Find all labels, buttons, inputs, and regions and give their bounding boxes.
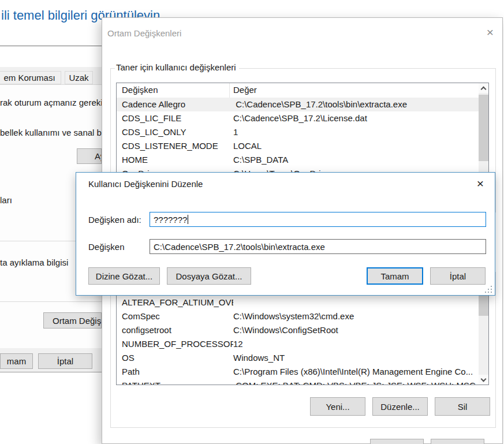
variable-value-label: Değişken [88,242,125,252]
table-row[interactable]: HOME C:\SPB_DATA [117,153,479,167]
environment-variables-button[interactable]: Ortam Değiş [43,312,102,329]
variable-name-value: ??????? [154,215,187,225]
tab-system-protection[interactable]: em Koruması [0,71,61,84]
tab-label: em Koruması [3,73,55,83]
dialog-ok-button-partial[interactable] [370,439,424,444]
edit-user-variable-dialog: Kullanıcı Değişkenini Düzenle × Değişken… [76,172,495,296]
logon-note-text: rak oturum açmanız gerekir. [0,98,107,107]
dialog-cancel-button-partial[interactable] [431,439,484,444]
dialog-title: Kullanıcı Değişkenini Düzenle [88,179,203,189]
debug-note-text: ta ayıklama bilgisi [0,258,68,267]
screen: ili temel bilgileri görüntüleyin em Koru… [0,0,504,444]
browse-directory-button[interactable]: Dizine Gözat... [88,267,160,285]
column-header-value[interactable]: Değer [230,83,479,98]
cancel-button[interactable]: İptal [430,267,486,285]
tab-label: Uzak [69,73,88,83]
column-header-name[interactable]: Değişken [117,83,230,98]
separator [0,301,102,302]
user-variables-group-label: Taner için kullanıcı değişkenleri [115,62,239,72]
table-row[interactable]: CDS_LIC_FILE C:\Cadence\SPB_17.2\License… [117,111,479,125]
ok-button[interactable]: mam [0,353,33,369]
browse-file-button[interactable]: Dosyaya Gözat... [167,267,251,285]
tab-remote[interactable]: Uzak [65,71,93,84]
variable-value-input[interactable]: C:\Cadence\SPB_17.2\tools\bin\extracta.e… [150,239,486,254]
cancel-button[interactable]: İptal [38,353,92,369]
dialog-title: Ortam Değişkenleri [107,28,181,38]
new-button[interactable]: Yeni... [310,397,365,416]
system-properties-titlebar [0,46,102,67]
variable-name-label: Değişken adı: [88,215,141,225]
ok-button[interactable]: Tamam [367,267,423,285]
close-icon[interactable]: × [472,176,489,191]
settings-button[interactable]: Ay [77,148,102,164]
scroll-up-icon[interactable] [479,83,488,93]
text-caret [188,215,188,224]
table-header: Değişken Değer [117,83,479,98]
table-row[interactable]: CDS_LIC_ONLY 1 [117,125,479,139]
edit-button[interactable]: Düzenle... [372,397,428,416]
delete-button[interactable]: Sil [435,397,490,416]
table-row[interactable]: Cadence Allegro C:\Cadence\SPB_17.2\tool… [117,98,479,111]
variable-name-input[interactable]: ??????? [150,212,486,227]
partial-text: ları [0,195,12,205]
table-row[interactable]: CDS_LISTENER_MODE LOCAL [117,139,479,153]
memory-note-text: bellek kullanımı ve sanal belle [0,128,115,137]
scrollbar-thumb[interactable] [479,95,488,161]
close-icon[interactable]: × [481,25,499,40]
variable-value-text: C:\Cadence\SPB_17.2\tools\bin\extracta.e… [154,242,325,252]
resize-grip-icon[interactable] [484,285,492,293]
